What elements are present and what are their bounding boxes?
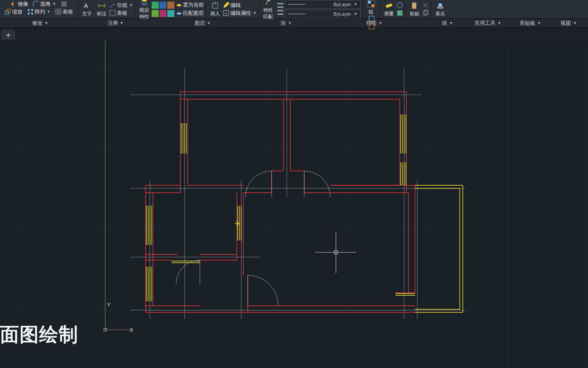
svg-rect-2 xyxy=(61,5,66,6)
paste-button[interactable]: 粘贴 xyxy=(407,0,422,18)
svg-rect-23 xyxy=(167,10,174,17)
layer-a-icon[interactable] xyxy=(152,2,159,9)
group-button[interactable]: 组 xyxy=(365,0,378,15)
scale-icon xyxy=(4,8,11,15)
plus-icon xyxy=(6,33,11,38)
svg-rect-1 xyxy=(61,3,66,4)
leader-label[interactable]: 引线 xyxy=(117,2,127,9)
color-selector[interactable]: ByLayer ▼ xyxy=(285,0,361,9)
dim-button[interactable]: 标注 xyxy=(94,0,109,18)
svg-text:A: A xyxy=(225,11,227,16)
svg-rect-18 xyxy=(152,2,159,9)
copy-icon[interactable] xyxy=(422,10,429,17)
edit-label[interactable]: 编辑 xyxy=(230,2,241,9)
layer-f-icon[interactable] xyxy=(159,10,166,17)
crosshair-cursor xyxy=(315,232,356,273)
svg-rect-8 xyxy=(31,13,33,14)
match-props-button[interactable]: 特性 匹配 xyxy=(261,0,276,18)
fillet-label[interactable]: 圆角 xyxy=(40,0,51,8)
tab-props[interactable]: 特性▼ xyxy=(318,20,431,27)
measure-button[interactable]: 测量 xyxy=(382,0,396,18)
util-b-icon[interactable] xyxy=(396,10,403,17)
list-icon[interactable] xyxy=(277,1,283,17)
layer-e-icon[interactable] xyxy=(152,10,159,17)
ucs-icon: Y X xyxy=(104,40,134,333)
chevron-down-icon[interactable]: ▼ xyxy=(53,2,56,6)
tab-util[interactable]: 实用工具▼ xyxy=(465,20,512,27)
svg-rect-47 xyxy=(439,3,442,6)
scale-label[interactable]: 缩放 xyxy=(12,8,23,16)
insert-button[interactable]: 插入 xyxy=(208,0,223,18)
svg-rect-39 xyxy=(385,3,392,7)
table2-icon xyxy=(109,10,116,17)
cut-icon[interactable] xyxy=(422,2,429,9)
svg-rect-5 xyxy=(28,9,30,11)
svg-rect-7 xyxy=(28,13,30,14)
svg-rect-17 xyxy=(110,10,115,16)
mirror-label[interactable]: 镜像 xyxy=(18,0,28,8)
panel-group: 组 xyxy=(363,0,380,18)
matchlayer-label[interactable]: 匹配图层 xyxy=(183,10,204,17)
edit-icon xyxy=(223,2,229,9)
svg-rect-43 xyxy=(413,2,415,3)
linetype-selector[interactable]: ByLayer ▼ xyxy=(285,10,361,18)
svg-point-40 xyxy=(397,3,402,8)
table2-label[interactable]: 表格 xyxy=(117,10,127,17)
svg-rect-46 xyxy=(437,6,443,9)
group-icon xyxy=(367,0,375,8)
table-label[interactable]: 表格 xyxy=(63,8,73,16)
setcurrent-label[interactable]: 置为当前 xyxy=(183,1,204,9)
layer-d-icon[interactable] xyxy=(175,2,182,9)
add-tab-button[interactable] xyxy=(2,30,15,40)
svg-rect-30 xyxy=(277,10,283,11)
drawing-canvas[interactable]: Y X xyxy=(0,40,588,368)
svg-rect-41 xyxy=(397,10,402,16)
tab-view[interactable]: 视图▼ xyxy=(550,20,588,27)
editattr-label[interactable]: 编辑属性 xyxy=(230,10,251,17)
tab-annotate[interactable]: 注释▼ xyxy=(80,20,150,27)
mirror-icon xyxy=(10,0,17,7)
measure-icon xyxy=(385,2,393,10)
table-icon xyxy=(55,8,62,15)
panel-modify: 镜像 圆角▼ 缩放 阵列▼ 表格 xyxy=(0,0,78,18)
panel-blocks: 插入 编辑 A编辑属性▼ xyxy=(206,0,259,18)
base-button[interactable]: 基点 xyxy=(433,0,448,18)
svg-rect-6 xyxy=(31,9,33,11)
svg-text:A: A xyxy=(84,2,88,9)
panel-util: 测量 xyxy=(380,0,405,18)
fillet-icon xyxy=(33,0,40,7)
panel-properties: 特性 匹配 ByLayer ▼ ByLayer ▼ xyxy=(259,0,363,18)
paste-icon xyxy=(411,2,419,10)
svg-rect-31 xyxy=(277,13,283,15)
watermark: 面图绘制 xyxy=(0,322,78,348)
chevron-down-icon[interactable]: ▼ xyxy=(47,10,51,14)
tab-group[interactable]: 组▼ xyxy=(431,20,465,27)
util-a-icon[interactable] xyxy=(396,2,403,9)
layer-c-icon[interactable] xyxy=(167,2,174,9)
layer-h-icon[interactable] xyxy=(175,10,182,17)
tab-layers[interactable]: 图层▼ xyxy=(151,20,255,27)
ribbon: 镜像 圆角▼ 缩放 阵列▼ 表格 A 文字 标注 xyxy=(0,0,588,19)
tab-clip[interactable]: 剪贴板▼ xyxy=(512,20,550,27)
tab-blocks[interactable]: 块▼ xyxy=(255,20,319,27)
layers-icon xyxy=(140,0,148,6)
layer-b-icon[interactable] xyxy=(159,2,166,9)
base-icon xyxy=(436,2,444,10)
svg-rect-21 xyxy=(152,10,159,17)
layer-g-icon[interactable] xyxy=(167,10,174,17)
svg-rect-29 xyxy=(277,7,283,8)
svg-rect-22 xyxy=(159,10,166,17)
door-arcs xyxy=(176,171,330,306)
layer-props-button[interactable]: 图层 特性 xyxy=(137,0,152,18)
panel-clip: 粘贴 xyxy=(405,0,431,18)
array-icon xyxy=(27,8,34,15)
ribbon-tabs: 修改▼ 注释▼ 图层▼ 块▼ 特性▼ 组▼ 实用工具▼ 剪贴板▼ 视图▼ xyxy=(0,19,588,28)
tab-modify[interactable]: 修改▼ xyxy=(0,20,80,27)
leader-icon xyxy=(109,2,116,9)
array-label[interactable]: 阵列 xyxy=(35,8,45,16)
svg-rect-28 xyxy=(277,3,283,4)
editattr-icon: A xyxy=(223,10,229,17)
svg-text:X: X xyxy=(130,327,133,333)
text-button[interactable]: A 文字 xyxy=(80,0,94,18)
text-icon: A xyxy=(83,2,91,10)
